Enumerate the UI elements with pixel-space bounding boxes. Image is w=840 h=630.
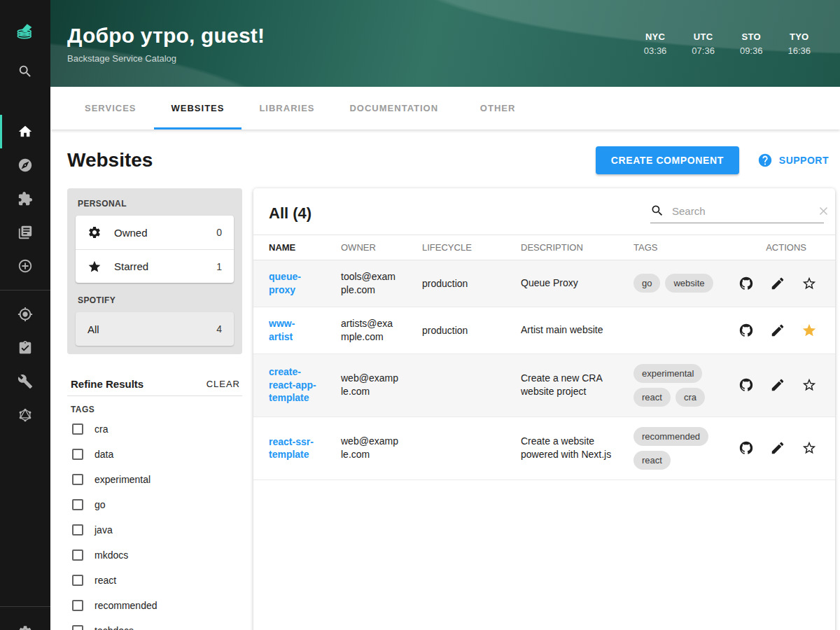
tab-websites[interactable]: WEBSITES: [154, 87, 242, 130]
table-toolbar: All (4): [253, 188, 835, 234]
tab-other[interactable]: OTHER: [456, 87, 540, 130]
tags-label: TAGS: [71, 405, 242, 414]
sidebar-item-wrench-icon[interactable]: [0, 365, 50, 398]
edit-icon[interactable]: [770, 276, 785, 291]
sidebar-item-compass-icon[interactable]: [0, 148, 50, 182]
github-icon[interactable]: [738, 276, 754, 291]
catalog-table-card: All (4) NAMEOWNERLIFECYCLEDESCRIPTIONTAG…: [253, 188, 835, 630]
clock-sto: STO 09:36: [740, 31, 763, 56]
world-clocks: NYC 03:36UTC 07:36STO 09:36TYO 16:36: [644, 31, 811, 56]
table-row: create-react-app-template web@example.co…: [253, 354, 835, 417]
table-row: www-artist artists@example.com productio…: [253, 307, 835, 354]
header-titles: Добро утро, guest! Backstage Service Cat…: [67, 24, 265, 64]
entity-link[interactable]: www-artist: [269, 317, 318, 343]
edit-icon[interactable]: [770, 377, 785, 393]
star-outline-icon[interactable]: [802, 440, 817, 456]
clock-utc: UTC 07:36: [692, 31, 715, 56]
tag-filter-data[interactable]: data: [67, 442, 242, 467]
description-cell: Create a new CRA website project: [521, 372, 615, 398]
tags-cell: recommendedreact: [634, 427, 713, 470]
checkbox-unchecked[interactable]: [72, 449, 83, 460]
help-icon: [757, 153, 773, 168]
github-icon[interactable]: [738, 377, 754, 393]
sidebar-search-icon[interactable]: [0, 55, 50, 88]
checkbox-unchecked[interactable]: [72, 499, 83, 510]
github-icon[interactable]: [738, 323, 754, 338]
table-search: [650, 204, 824, 223]
tag-chip: recommended: [634, 427, 708, 446]
github-icon[interactable]: [738, 440, 754, 456]
sidebar-bottom-settings[interactable]: [0, 606, 50, 630]
checkbox-unchecked[interactable]: [72, 575, 83, 586]
tag-filter-label: recommended: [94, 600, 158, 611]
tag-filter-mkdocs[interactable]: mkdocs: [67, 542, 242, 568]
star-outline-icon[interactable]: [802, 276, 817, 291]
filter-item-owned[interactable]: Owned 0: [76, 216, 234, 249]
checkbox-unchecked[interactable]: [72, 550, 83, 561]
sidebar-item-clipboard-check-icon[interactable]: [0, 331, 50, 365]
entity-name-cell: queue-proxy: [269, 270, 341, 296]
owner-cell: tools@example.com: [341, 270, 398, 297]
tag-filter-recommended[interactable]: recommended: [67, 593, 242, 618]
clock-time: 09:36: [740, 46, 763, 56]
star-outline-icon[interactable]: [802, 377, 817, 393]
column-header-lifecycle[interactable]: LIFECYCLE: [422, 242, 521, 253]
tab-documentation[interactable]: DOCUMENTATION: [332, 87, 456, 130]
tag-filter-label: experimental: [94, 474, 150, 485]
filter-item-starred[interactable]: Starred 1: [76, 249, 234, 283]
sidebar-item-add-circle-icon[interactable]: [0, 249, 50, 283]
tag-filter-experimental[interactable]: experimental: [67, 467, 242, 492]
body-columns: PERSONAL Owned 0 Starred 1: [67, 188, 829, 630]
sidebar-item-home-icon[interactable]: [0, 115, 50, 148]
support-button[interactable]: SUPPORT: [757, 153, 829, 168]
description-cell: Queue Proxy: [521, 276, 615, 290]
clear-filters-button[interactable]: CLEAR: [206, 379, 240, 389]
actions-cell: [738, 323, 825, 338]
checkbox-unchecked[interactable]: [72, 600, 83, 611]
entity-name-cell: www-artist: [269, 317, 341, 343]
table-title: All (4): [269, 204, 312, 223]
tags-cell: gowebsite: [634, 274, 713, 293]
checkbox-unchecked[interactable]: [72, 474, 83, 485]
backstage-logo[interactable]: [0, 6, 50, 55]
edit-icon[interactable]: [770, 323, 785, 338]
checkbox-unchecked[interactable]: [72, 424, 83, 435]
tag-chip: cra: [676, 388, 705, 407]
tag-filter-react[interactable]: react: [67, 568, 242, 593]
starred-label: Starred: [114, 260, 148, 272]
sidebar-item-my-location-icon[interactable]: [0, 298, 50, 331]
column-header-description[interactable]: DESCRIPTION: [521, 242, 634, 253]
checkbox-unchecked[interactable]: [72, 524, 83, 536]
tab-libraries[interactable]: LIBRARIES: [241, 87, 332, 130]
clock-tyo: TYO 16:36: [788, 31, 811, 56]
entity-link[interactable]: react-ssr-template: [269, 435, 318, 461]
tag-filter-java[interactable]: java: [67, 517, 242, 542]
owned-count: 0: [216, 227, 222, 238]
tab-services[interactable]: SERVICES: [67, 87, 154, 130]
sidebar-item-library-icon[interactable]: [0, 216, 50, 249]
lifecycle-cell: production: [422, 325, 521, 336]
column-header-owner[interactable]: OWNER: [341, 242, 422, 253]
refine-results: Refine Results CLEAR TAGS cra data exper…: [67, 372, 242, 630]
entity-link[interactable]: create-react-app-template: [269, 365, 318, 404]
column-header-tags[interactable]: TAGS: [634, 242, 738, 253]
sidebar-item-puzzle-icon[interactable]: [0, 182, 50, 216]
entity-link[interactable]: queue-proxy: [269, 270, 318, 296]
column-header-actions[interactable]: ACTIONS: [738, 242, 825, 253]
tag-filter-cra[interactable]: cra: [67, 416, 242, 442]
star-icon[interactable]: [802, 323, 817, 338]
sidebar-item-graphql-icon[interactable]: [0, 398, 50, 432]
column-header-name[interactable]: NAME: [269, 242, 341, 253]
edit-icon[interactable]: [770, 440, 785, 456]
table-search-input[interactable]: [672, 205, 811, 217]
tag-filter-techdocs[interactable]: techdocs: [67, 618, 242, 630]
filter-item-all[interactable]: All 4: [76, 312, 234, 346]
tag-filter-go[interactable]: go: [67, 492, 242, 517]
create-component-button[interactable]: CREATE COMPONENT: [596, 146, 739, 174]
clear-search-icon[interactable]: [817, 204, 830, 218]
clock-nyc: NYC 03:36: [644, 31, 667, 56]
checkbox-unchecked[interactable]: [72, 625, 83, 630]
gear-icon: [88, 225, 102, 239]
owner-cell: artists@example.com: [341, 317, 398, 344]
tag-chip: website: [665, 274, 713, 293]
